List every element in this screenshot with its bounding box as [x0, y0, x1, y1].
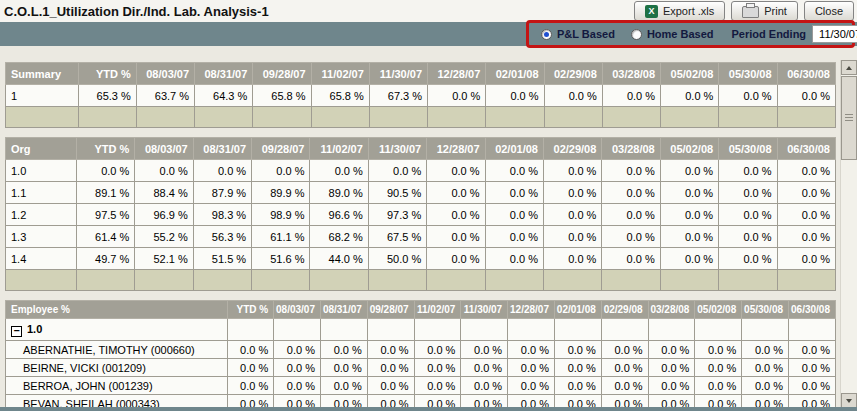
- radio-unselected-icon[interactable]: [631, 29, 642, 40]
- value-cell: 0.0 %: [486, 85, 544, 107]
- vertical-scrollbar[interactable]: [840, 60, 857, 408]
- spacer-cell: [79, 107, 137, 128]
- empty-cell: [321, 319, 368, 341]
- value-cell: 0.0 %: [719, 160, 777, 182]
- table-row: 1.189.1 %88.4 %87.9 %89.9 %89.0 %90.5 %0…: [6, 182, 836, 204]
- value-cell: 0.0 %: [227, 341, 273, 359]
- column-header: 08/03/07: [135, 138, 193, 160]
- row-label: 1.3: [6, 226, 77, 248]
- summary-table: SummaryYTD %08/03/0708/31/0709/28/0711/0…: [5, 62, 836, 128]
- print-label: Print: [764, 5, 787, 17]
- value-cell: 98.9 %: [252, 204, 310, 226]
- value-cell: 0.0 %: [648, 359, 695, 377]
- value-cell: 0.0 %: [660, 160, 718, 182]
- value-cell: 68.2 %: [310, 226, 368, 248]
- value-cell: 0.0 %: [543, 226, 601, 248]
- column-header: 12/28/07: [428, 63, 486, 85]
- spacer-cell: [777, 107, 835, 128]
- value-cell: 0.0 %: [660, 182, 718, 204]
- value-cell: 90.5 %: [368, 182, 426, 204]
- value-cell: 0.0 %: [508, 359, 555, 377]
- column-header: 03/28/08: [602, 138, 660, 160]
- value-cell: 0.0 %: [414, 359, 461, 377]
- value-cell: 63.7 %: [136, 85, 194, 107]
- spacer-cell: [486, 107, 544, 128]
- value-cell: 0.0 %: [485, 204, 543, 226]
- value-cell: 0.0 %: [274, 341, 321, 359]
- value-cell: 0.0 %: [427, 248, 485, 270]
- value-cell: 0.0 %: [601, 359, 648, 377]
- radio-pl-based-label: P&L Based: [557, 28, 615, 40]
- close-button[interactable]: Close: [804, 1, 854, 21]
- period-ending-label: Period Ending: [732, 28, 807, 40]
- group-label-cell: −1.0: [6, 319, 228, 341]
- minus-box-icon[interactable]: −: [11, 326, 22, 337]
- row-label: 1.4: [6, 248, 77, 270]
- spacer-row: [6, 270, 836, 291]
- row-label: BERROA, JOHN (001239): [6, 377, 228, 395]
- spacer-cell: [136, 107, 194, 128]
- value-cell: 98.3 %: [193, 204, 251, 226]
- spacer-cell: [543, 270, 601, 291]
- value-cell: 89.9 %: [252, 182, 310, 204]
- value-cell: 0.0 %: [543, 248, 601, 270]
- value-cell: 0.0 %: [719, 226, 777, 248]
- value-cell: 67.5 %: [368, 226, 426, 248]
- column-header: 08/31/07: [193, 138, 251, 160]
- value-cell: 44.0 %: [310, 248, 368, 270]
- value-cell: 0.0 %: [427, 160, 485, 182]
- empty-cell: [414, 319, 461, 341]
- value-cell: 0.0 %: [554, 359, 601, 377]
- value-cell: 0.0 %: [321, 377, 368, 395]
- value-cell: 0.0 %: [321, 359, 368, 377]
- value-cell: 96.9 %: [135, 204, 193, 226]
- radio-home-based[interactable]: Home Based: [631, 28, 714, 40]
- row-label: 1.1: [6, 182, 77, 204]
- value-cell: 0.0 %: [544, 85, 602, 107]
- value-cell: 0.0 %: [695, 341, 742, 359]
- value-cell: 0.0 %: [602, 204, 660, 226]
- spacer-cell: [193, 270, 251, 291]
- value-cell: 97.5 %: [77, 204, 135, 226]
- value-cell: 89.0 %: [310, 182, 368, 204]
- column-header: 09/28/07: [367, 301, 414, 319]
- scrollbar-grip-icon: [845, 114, 853, 122]
- print-button[interactable]: Print: [731, 1, 798, 21]
- spacer-cell: [6, 107, 79, 128]
- column-header: 08/31/07: [195, 63, 253, 85]
- column-header: 03/28/08: [602, 63, 660, 85]
- column-header: 11/30/07: [461, 301, 508, 319]
- spacer-cell: [544, 107, 602, 128]
- value-cell: 0.0 %: [461, 341, 508, 359]
- spacer-row: [6, 107, 836, 128]
- value-cell: 0.0 %: [742, 359, 789, 377]
- spacer-cell: [310, 270, 368, 291]
- value-cell: 0.0 %: [742, 377, 789, 395]
- value-cell: 0.0 %: [660, 204, 718, 226]
- column-header: 06/30/08: [777, 138, 835, 160]
- value-cell: 0.0 %: [602, 85, 660, 107]
- value-cell: 0.0 %: [777, 85, 835, 107]
- annotation-highlight-box: P&L Based Home Based Period Ending 11/30…: [526, 20, 855, 48]
- column-header: 05/30/08: [719, 138, 777, 160]
- scrollbar-thumb[interactable]: [841, 76, 857, 160]
- scroll-down-button[interactable]: [841, 393, 857, 408]
- export-xls-button[interactable]: Export .xls: [634, 1, 725, 21]
- value-cell: 0.0 %: [660, 226, 718, 248]
- value-cell: 0.0 %: [543, 160, 601, 182]
- spacer-cell: [253, 107, 311, 128]
- column-header: 05/02/08: [661, 63, 719, 85]
- column-header: 11/02/07: [414, 301, 461, 319]
- value-cell: 0.0 %: [777, 204, 835, 226]
- value-cell: 0.0 %: [77, 160, 135, 182]
- value-cell: 52.1 %: [135, 248, 193, 270]
- value-cell: 0.0 %: [485, 226, 543, 248]
- scroll-up-button[interactable]: [841, 60, 857, 75]
- empty-cell: [789, 319, 836, 341]
- radio-pl-based[interactable]: P&L Based: [541, 28, 615, 40]
- period-ending-select[interactable]: 11/30/07 ▼: [812, 25, 857, 43]
- value-cell: 0.0 %: [485, 182, 543, 204]
- scroll-up-arrow-icon: [846, 66, 852, 70]
- radio-selected-icon[interactable]: [541, 29, 552, 40]
- column-header: 06/30/08: [789, 301, 836, 319]
